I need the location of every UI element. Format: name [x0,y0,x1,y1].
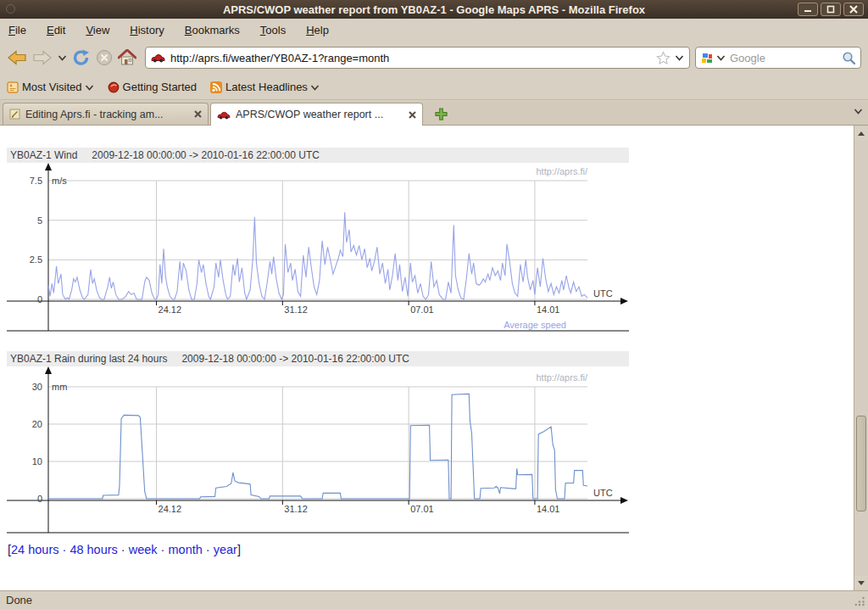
menu-edit[interactable]: Edit [47,24,65,36]
search-box [695,47,861,69]
reload-button[interactable] [72,49,91,66]
url-bar [145,47,690,69]
bookmark-star-icon[interactable] [656,51,670,64]
svg-text:31.12: 31.12 [284,304,308,315]
svg-text:UTC: UTC [593,488,613,498]
tab-list-chevron-icon[interactable] [854,103,863,118]
search-input[interactable] [730,52,842,64]
minimize-button[interactable] [798,3,818,16]
menu-help[interactable]: Help [306,24,329,36]
scroll-up-button[interactable] [854,126,868,140]
new-tab-button[interactable] [430,104,452,123]
close-icon [849,5,858,14]
aprs-car-favicon [217,110,231,120]
scroll-down-arrow-icon [858,581,865,585]
tab-weather-report[interactable]: APRS/CWOP weather report ... [210,103,423,126]
back-arrow-icon [7,50,27,65]
resize-grip[interactable] [854,595,865,606]
home-icon [118,49,136,66]
plus-icon [435,108,448,120]
svg-text:31.12: 31.12 [284,504,308,514]
tab-editing-aprs[interactable]: Editing Aprs.fi - tracking am... [3,103,209,125]
window-title: APRS/CWOP weather report from YB0AZ-1 - … [0,3,868,16]
aprs-car-favicon [151,53,165,63]
home-button[interactable] [118,49,136,66]
forward-button[interactable] [32,50,53,65]
menu-file[interactable]: File [8,24,26,36]
svg-text:0: 0 [37,494,42,504]
edit-page-icon [9,109,20,120]
svg-text:http://aprs.fi/: http://aprs.fi/ [536,372,587,383]
url-input[interactable] [170,52,656,64]
link-week[interactable]: week [129,543,158,556]
svg-text:0: 0 [37,294,42,304]
scroll-down-button[interactable] [854,576,868,589]
svg-text:24.12: 24.12 [159,504,182,514]
title-bar: APRS/CWOP weather report from YB0AZ-1 - … [0,0,868,19]
svg-text:07.01: 07.01 [410,304,434,315]
svg-text:14.01: 14.01 [537,304,560,315]
tab-close-icon[interactable] [409,111,416,119]
most-visited-folder-icon [7,81,19,93]
link-year[interactable]: year [214,543,237,556]
svg-text:UTC: UTC [593,288,613,299]
stop-icon [96,49,113,66]
bookmark-getting-started[interactable]: Getting Started [108,81,197,93]
maximize-icon [826,5,835,14]
svg-text:mm: mm [52,382,67,392]
link-24-hours[interactable]: 24 hours [11,543,58,556]
close-button[interactable] [843,3,864,16]
tab-bar: Editing Aprs.fi - tracking am... APRS/CW… [0,101,868,126]
chevron-down-icon [58,54,67,61]
svg-text:30: 30 [32,382,42,392]
reload-icon [72,49,91,66]
svg-text:http://aprs.fi/: http://aprs.fi/ [536,166,587,176]
rain-chart: http://aprs.fi/0102030mm24.1231.1207.011… [7,366,629,536]
stop-button[interactable] [96,49,113,66]
navigation-toolbar [0,41,868,75]
svg-text:Average speed: Average speed [504,320,566,330]
search-engine-chevron-icon[interactable] [716,54,726,61]
wind-chart-header: YB0AZ-1 Wind2009-12-18 00:00:00 -> 2010-… [7,148,629,163]
page-content: YB0AZ-1 Wind2009-12-18 00:00:00 -> 2010-… [0,126,868,590]
bookmarks-toolbar: Most Visited Getting Started Latest Head… [0,75,868,100]
chevron-down-icon [85,84,94,91]
wind-chart: http://aprs.fi/02.557.5m/s24.1231.1207.0… [7,163,629,339]
chevron-down-icon [310,84,320,91]
svg-text:14.01: 14.01 [537,504,560,514]
rain-chart-header: YB0AZ-1 Rain during last 24 hours2009-12… [7,351,629,366]
bookmark-latest-headlines[interactable]: Latest Headlines [210,81,320,93]
link-48-hours[interactable]: 48 hours [70,543,117,556]
wind-chart-range: 2009-12-18 00:00:00 -> 2010-01-16 22:00:… [92,149,320,161]
scroll-up-arrow-icon [858,131,865,136]
wind-chart-title: YB0AZ-1 Wind [10,149,77,161]
link-month[interactable]: month [168,543,202,556]
svg-text:5: 5 [37,215,42,226]
menu-bookmarks[interactable]: Bookmarks [185,24,240,36]
menu-bar: File Edit View History Bookmarks Tools H… [0,19,868,41]
svg-text:2.5: 2.5 [30,254,42,265]
menu-tools[interactable]: Tools [260,24,286,36]
svg-text:20: 20 [32,419,42,429]
bookmark-most-visited[interactable]: Most Visited [7,81,94,93]
back-button[interactable] [7,50,27,65]
url-dropdown-chevron-icon[interactable] [675,54,684,61]
google-logo-icon [700,51,714,64]
scrollbar-thumb[interactable] [856,416,866,511]
search-magnifier-icon[interactable] [842,51,856,65]
menu-view[interactable]: View [86,24,109,36]
back-history-dropdown[interactable] [58,54,67,61]
svg-text:10: 10 [32,456,42,467]
minimize-icon [804,6,812,13]
vertical-scrollbar[interactable] [854,126,868,590]
rss-feed-icon [210,81,222,93]
firefox-window: { "window": { "title": "APRS/CWOP weathe… [0,0,868,609]
svg-text:m/s: m/s [52,176,67,186]
maximize-button[interactable] [821,3,841,16]
range-links: [24 hours · 48 hours · week · month · ye… [8,543,241,556]
rain-chart-range: 2009-12-18 00:00:00 -> 2010-01-16 22:00:… [181,353,409,365]
tab-close-icon[interactable] [194,110,202,118]
window-icon [6,4,15,14]
status-bar: Done [0,590,868,609]
menu-history[interactable]: History [130,24,164,36]
